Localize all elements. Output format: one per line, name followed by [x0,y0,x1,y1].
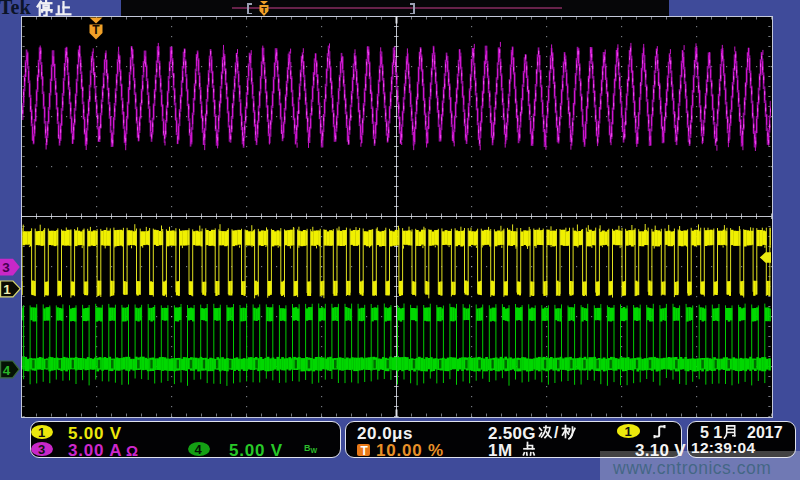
svg-text:3: 3 [2,260,10,275]
svg-text:1: 1 [3,282,11,297]
svg-text:T: T [92,23,100,37]
svg-text:4: 4 [3,363,11,378]
